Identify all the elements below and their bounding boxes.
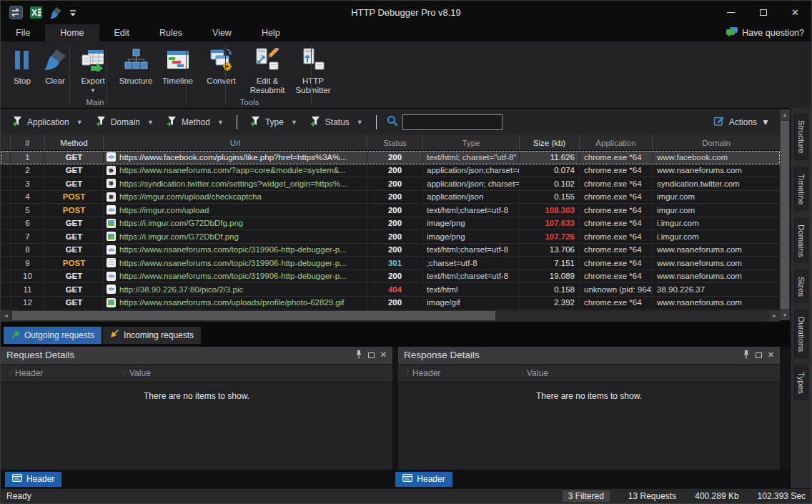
cell-type: application/json <box>423 191 520 204</box>
scrollbar-thumb[interactable] <box>12 311 495 320</box>
table-row[interactable]: 7GEThttps://i.imgur.com/G72DbDf.png200im… <box>1 230 780 244</box>
table-row[interactable]: 5POSThttps://imgur.com/upload200text/htm… <box>1 204 780 217</box>
maximize-panel-icon[interactable] <box>756 352 762 358</box>
export-dropdown-icon[interactable]: ▼ <box>90 87 96 94</box>
response-header-tab[interactable]: Header <box>395 472 452 487</box>
menu-file[interactable]: File <box>1 24 45 41</box>
cell-method: GET <box>45 164 104 177</box>
side-tab-types[interactable]: Types <box>794 365 808 400</box>
side-tab-durations[interactable]: Durations <box>794 310 808 358</box>
maximize-panel-icon[interactable] <box>368 352 375 358</box>
timeline-button[interactable]: Timeline <box>158 44 197 101</box>
clear-button[interactable]: Clear <box>38 44 72 101</box>
stop-button[interactable]: Stop <box>6 44 38 101</box>
maximize-button[interactable] <box>747 2 779 24</box>
cell-url: https://www.nsaneforums.com/topic/319906… <box>104 270 367 283</box>
scrollbar-thumb[interactable] <box>781 121 789 309</box>
actions-menu[interactable]: Actions▼ <box>713 115 770 129</box>
cell-type: application/json; charset=u... <box>423 177 520 190</box>
col-domain[interactable]: Domain <box>653 135 780 150</box>
col-url[interactable]: Url <box>104 135 367 150</box>
col-header[interactable]: Header <box>398 368 513 378</box>
pin-icon[interactable] <box>743 350 750 361</box>
pin-icon[interactable] <box>355 350 362 361</box>
cell-url: https://www.nsaneforums.com/uploads/prof… <box>104 297 367 310</box>
app-logo-icon[interactable] <box>9 6 23 19</box>
clear-brush-icon[interactable] <box>49 6 62 19</box>
edit-resubmit-button[interactable]: Edit & Resubmit <box>245 44 289 101</box>
table-row[interactable]: 2GEThttps://www.nsaneforums.com/?app=cor… <box>1 164 780 178</box>
chat-bubble-icon <box>726 26 738 39</box>
customize-toolbar-icon[interactable] <box>69 9 77 17</box>
minimize-button[interactable] <box>715 2 747 24</box>
vertical-scrollbar[interactable]: ▲ ▼ <box>780 109 790 320</box>
tab-incoming-requests[interactable]: Incoming requests <box>103 327 201 344</box>
cell-url: https://syndication.twitter.com/settings… <box>104 177 367 190</box>
cell-number: 7 <box>11 230 45 243</box>
side-tab-domains[interactable]: Domains <box>794 218 808 263</box>
cell-method: GET <box>45 230 104 243</box>
close-panel-icon[interactable]: ✕ <box>768 350 774 360</box>
excel-export-icon[interactable]: X <box>29 6 43 19</box>
structure-button[interactable]: Structure <box>114 44 158 101</box>
search-input[interactable] <box>402 114 502 130</box>
request-details-columns: Header Value <box>1 364 392 382</box>
scroll-left-icon[interactable]: ◄ <box>1 310 11 322</box>
table-row[interactable]: 6GEThttps://i.imgur.com/G72DbDfg.png200i… <box>1 217 780 231</box>
side-tab-structure[interactable]: Structure <box>794 114 808 160</box>
menu-rules[interactable]: Rules <box>144 24 197 41</box>
table-row[interactable]: 11GEThttp://38.90.226.37:80/pico/2/3.pic… <box>1 283 780 297</box>
side-tab-sizes[interactable]: Sizes <box>794 270 808 303</box>
table-row[interactable]: 12GEThttps://www.nsaneforums.com/uploads… <box>1 297 780 310</box>
convert-button[interactable]: Convert <box>202 44 241 101</box>
table-row[interactable]: 3GEThttps://syndication.twitter.com/sett… <box>1 177 780 191</box>
menu-home[interactable]: Home <box>45 24 99 41</box>
menu-edit[interactable]: Edit <box>99 24 145 41</box>
filter-method[interactable]: Method▼ <box>167 116 224 129</box>
scroll-up-icon[interactable]: ▲ <box>780 109 790 120</box>
circle-file-icon <box>107 166 116 175</box>
col-number[interactable]: # <box>11 135 45 150</box>
circle-file-icon <box>107 192 116 202</box>
col-status[interactable]: Status <box>367 135 423 150</box>
menu-help[interactable]: Help <box>247 24 295 41</box>
col-size[interactable]: Size (kb) <box>520 135 580 150</box>
col-value[interactable]: Value <box>513 368 780 378</box>
have-question-link[interactable]: Have question? <box>726 24 804 41</box>
col-header[interactable]: Header <box>1 368 115 378</box>
side-tab-timeline[interactable]: Timeline <box>794 167 808 211</box>
menu-view[interactable]: View <box>197 24 247 41</box>
table-row[interactable]: 9POSThttps://www.nsaneforums.com/topic/3… <box>1 257 780 270</box>
cell-application: chrome.exe *64 <box>580 177 653 190</box>
horizontal-scrollbar[interactable]: ◄ ► <box>1 310 780 322</box>
request-header-tab[interactable]: Header <box>5 472 61 487</box>
filter-status[interactable]: Status▼ <box>310 116 363 129</box>
header-list-icon <box>402 474 412 484</box>
http-submitter-button[interactable]: HTTP Submitter <box>289 44 337 101</box>
cell-domain: www.nsaneforums.com <box>653 297 780 310</box>
cell-status: 200 <box>367 191 423 204</box>
close-button[interactable]: ✕ <box>779 2 811 24</box>
cell-status: 200 <box>367 204 423 217</box>
scroll-down-icon[interactable]: ▼ <box>780 310 790 320</box>
col-method[interactable]: Method <box>45 135 104 150</box>
status-ready: Ready <box>6 491 31 501</box>
export-button[interactable]: Export ▼ <box>75 44 111 101</box>
filter-type[interactable]: Type▼ <box>250 116 297 129</box>
filter-application[interactable]: Application▼ <box>12 116 83 129</box>
col-application[interactable]: Application <box>580 135 653 150</box>
col-type[interactable]: Type <box>423 135 520 150</box>
scroll-right-icon[interactable]: ► <box>769 310 780 322</box>
table-row[interactable]: 4POSThttps://imgur.com/upload/checkcaptc… <box>1 191 780 204</box>
cell-type: application/json;charset=ut... <box>423 164 520 177</box>
table-row[interactable]: 10GEThttps://www.nsaneforums.com/topic/3… <box>1 270 780 284</box>
cell-type: text/html <box>423 283 520 296</box>
cell-size: 11.626 <box>520 151 580 164</box>
filter-domain[interactable]: Domain▼ <box>96 116 154 129</box>
table-row[interactable]: 1GEThttps://www.facebook.com/plugins/lik… <box>1 151 780 164</box>
cell-method: GET <box>45 217 104 230</box>
tab-outgoing-requests[interactable]: Outgoing requests <box>4 327 102 344</box>
close-panel-icon[interactable]: ✕ <box>380 350 387 360</box>
table-row[interactable]: 8GEThttps://www.nsaneforums.com/topic/31… <box>1 244 780 257</box>
col-value[interactable]: Value <box>115 368 392 378</box>
